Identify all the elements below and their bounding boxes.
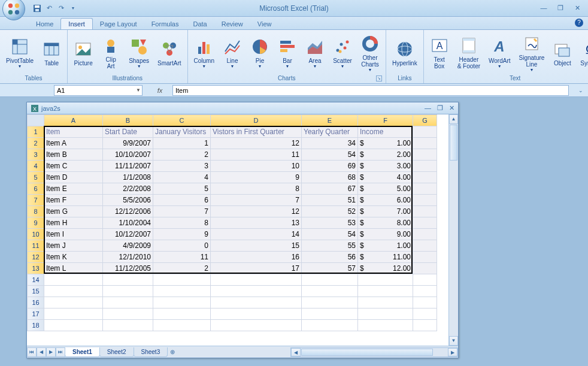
cell[interactable] — [153, 274, 211, 286]
name-box[interactable]: A1 ▼ — [54, 85, 143, 96]
scroll-down-button[interactable]: ▼ — [449, 336, 458, 346]
cell[interactable] — [44, 320, 103, 331]
cell[interactable] — [358, 286, 413, 297]
row-header-18[interactable]: 18 — [28, 320, 44, 331]
cell[interactable] — [358, 320, 413, 331]
symbol-button[interactable]: ΩSymbol — [577, 38, 588, 68]
col-header-D[interactable]: D — [211, 115, 302, 126]
row-header-17[interactable]: 17 — [28, 308, 44, 320]
cell[interactable]: 69 — [302, 161, 358, 172]
cell[interactable] — [413, 195, 437, 206]
wb-minimize-button[interactable]: — — [425, 104, 431, 112]
scroll-left-button[interactable]: ◀ — [291, 348, 301, 356]
cell[interactable]: January Visitors — [153, 126, 211, 138]
cell[interactable] — [211, 297, 302, 308]
cell[interactable]: $5.00 — [358, 183, 413, 195]
cell[interactable] — [413, 252, 437, 263]
cell[interactable]: Item I — [44, 229, 103, 240]
cell[interactable]: 5/5/2006 — [103, 195, 153, 206]
cell[interactable]: 54 — [302, 149, 358, 161]
select-all-cell[interactable] — [28, 115, 44, 126]
col-header-G[interactable]: G — [413, 115, 437, 126]
spreadsheet-grid[interactable]: ABCDEFG1ItemStart DateJanuary VisitorsVi… — [27, 114, 437, 331]
cell[interactable]: Item D — [44, 172, 103, 183]
fx-button[interactable]: fx — [147, 87, 172, 94]
cell[interactable] — [413, 297, 437, 308]
cell[interactable]: Start Date — [103, 126, 153, 138]
tab-insert[interactable]: Insert — [60, 18, 93, 29]
cell[interactable]: 4/9/2009 — [103, 240, 153, 252]
cell[interactable] — [103, 297, 153, 308]
cell[interactable]: 13 — [211, 217, 302, 229]
cell[interactable]: 12/12/2006 — [103, 206, 153, 217]
cell[interactable] — [413, 206, 437, 217]
hscroll-track[interactable] — [434, 348, 448, 356]
qat-customize-icon[interactable]: ▼ — [68, 4, 78, 13]
area-button[interactable]: Area▼ — [302, 36, 328, 69]
cell[interactable]: 9 — [153, 229, 211, 240]
cell[interactable] — [413, 217, 437, 229]
restore-button[interactable]: ❐ — [556, 4, 565, 12]
formula-expand-icon[interactable]: ⌄ — [578, 87, 586, 93]
cell[interactable]: 14 — [211, 229, 302, 240]
col-header-E[interactable]: E — [302, 115, 358, 126]
cell[interactable] — [103, 320, 153, 331]
cell[interactable] — [44, 308, 103, 320]
cell[interactable]: 68 — [302, 172, 358, 183]
cell[interactable] — [302, 286, 358, 297]
vertical-scrollbar[interactable]: ▲ ▼ — [448, 114, 458, 346]
row-header-11[interactable]: 11 — [28, 240, 44, 252]
row-header-9[interactable]: 9 — [28, 217, 44, 229]
headerfooter-button[interactable]: Header & Footer — [454, 35, 484, 71]
cell[interactable] — [358, 274, 413, 286]
cell[interactable] — [358, 297, 413, 308]
cell[interactable]: 3 — [153, 161, 211, 172]
hyperlink-button[interactable]: Hyperlink — [389, 38, 421, 68]
cell[interactable] — [413, 229, 437, 240]
cell[interactable]: 16 — [211, 252, 302, 263]
cell[interactable]: 57 — [302, 263, 358, 274]
cell[interactable]: 11 — [153, 252, 211, 263]
cell[interactable]: 17 — [211, 263, 302, 274]
row-header-16[interactable]: 16 — [28, 297, 44, 308]
hscroll-thumb[interactable] — [301, 349, 433, 356]
undo-icon[interactable]: ↶ — [44, 4, 54, 13]
cell[interactable]: 10/10/2007 — [103, 149, 153, 161]
horizontal-scrollbar[interactable]: ◀ ▶ — [290, 347, 458, 357]
tab-review[interactable]: Review — [214, 19, 250, 29]
cell[interactable]: 5 — [153, 183, 211, 195]
wb-close-button[interactable]: ✕ — [449, 104, 454, 112]
cell[interactable]: 12 — [211, 138, 302, 149]
cell[interactable]: 9/9/2007 — [103, 138, 153, 149]
cell[interactable] — [211, 320, 302, 331]
cell[interactable]: 8 — [211, 183, 302, 195]
scroll-track[interactable] — [449, 161, 458, 336]
wordart-button[interactable]: AWordArt▼ — [485, 36, 514, 69]
cell[interactable]: Vistors in First Quarter — [211, 126, 302, 138]
table-button[interactable]: Table — [38, 38, 65, 68]
row-header-2[interactable]: 2 — [28, 138, 44, 149]
scroll-right-button[interactable]: ▶ — [448, 348, 457, 356]
cell[interactable]: 6 — [153, 195, 211, 206]
close-button[interactable]: ✕ — [572, 4, 582, 12]
cell[interactable] — [413, 138, 437, 149]
cell[interactable] — [413, 172, 437, 183]
cell[interactable]: $7.00 — [358, 206, 413, 217]
cell[interactable] — [44, 286, 103, 297]
cell[interactable]: 1/10/2004 — [103, 217, 153, 229]
redo-icon[interactable]: ↷ — [56, 4, 66, 13]
cell[interactable] — [413, 286, 437, 297]
object-button[interactable]: Object — [549, 38, 575, 68]
sheet-nav-next[interactable]: ▶ — [46, 347, 56, 357]
cell[interactable] — [302, 320, 358, 331]
cell[interactable] — [211, 286, 302, 297]
cell[interactable] — [413, 161, 437, 172]
cell[interactable] — [413, 240, 437, 252]
col-header-F[interactable]: F — [358, 115, 413, 126]
clipart-button[interactable]: Clip Art — [98, 35, 124, 71]
cell[interactable] — [413, 274, 437, 286]
smartart-button[interactable]: SmartArt — [154, 38, 184, 68]
cell[interactable] — [302, 308, 358, 320]
name-box-dropdown-icon[interactable]: ▼ — [136, 87, 141, 93]
cell[interactable] — [211, 308, 302, 320]
